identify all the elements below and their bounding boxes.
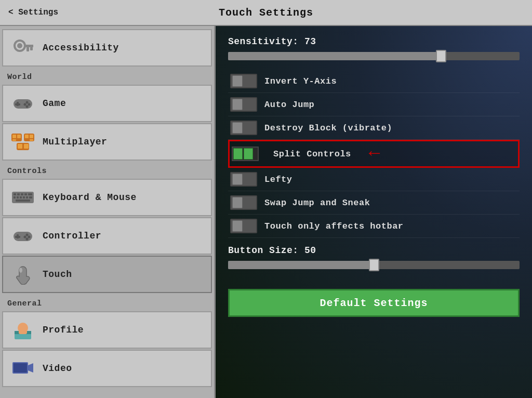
svg-rect-25 xyxy=(17,193,20,195)
svg-rect-21 xyxy=(18,144,22,149)
svg-rect-49 xyxy=(14,363,27,373)
destroy-block-row: Destroy Block (vibrate) xyxy=(228,116,520,140)
sidebar-item-game[interactable]: Game xyxy=(2,85,212,122)
svg-rect-47 xyxy=(19,328,27,334)
section-controls: Controls xyxy=(0,162,214,178)
svg-rect-7 xyxy=(15,103,20,105)
svg-rect-14 xyxy=(17,135,21,138)
invert-y-toggle[interactable] xyxy=(230,74,257,88)
svg-rect-32 xyxy=(23,196,25,198)
default-settings-button[interactable]: Default Settings xyxy=(228,289,520,317)
sidebar-item-video[interactable]: Video xyxy=(2,350,212,387)
sidebar-item-keyboard[interactable]: Keyboard & Mouse xyxy=(2,179,212,216)
svg-rect-35 xyxy=(16,200,30,202)
hand-icon xyxy=(10,262,35,287)
svg-rect-28 xyxy=(28,193,32,195)
split-controls-label: Split Controls xyxy=(273,149,351,159)
lefty-label: Lefty xyxy=(264,175,292,184)
main-content: Accessibility World Game xyxy=(0,26,532,398)
lefty-toggle[interactable] xyxy=(230,172,257,187)
button-size-slider[interactable] xyxy=(228,261,520,269)
svg-point-8 xyxy=(26,101,29,104)
right-panel: Sensitivity: 73 Invert Y-Axis Auto Jump xyxy=(216,26,532,398)
svg-rect-33 xyxy=(26,196,28,198)
svg-rect-24 xyxy=(14,193,16,195)
svg-rect-19 xyxy=(30,139,33,141)
touch-hotbar-row: Touch only affects hotbar xyxy=(228,215,520,238)
svg-point-40 xyxy=(28,236,31,238)
auto-jump-toggle[interactable] xyxy=(230,97,257,112)
swap-jump-toggle[interactable] xyxy=(230,195,257,210)
svg-rect-29 xyxy=(14,196,16,198)
lefty-row: Lefty xyxy=(228,168,520,191)
svg-point-10 xyxy=(24,103,26,106)
keyboard-label: Keyboard & Mouse xyxy=(43,192,137,203)
controller-icon xyxy=(10,91,35,116)
svg-rect-4 xyxy=(26,47,29,51)
section-general: General xyxy=(0,294,214,310)
svg-rect-22 xyxy=(24,144,29,149)
sidebar-item-profile[interactable]: Profile xyxy=(2,311,212,349)
svg-rect-18 xyxy=(30,135,33,138)
touch-hotbar-toggle[interactable] xyxy=(230,219,257,233)
header-title: Touch Settings xyxy=(219,7,313,19)
auto-jump-row: Auto Jump xyxy=(228,93,520,116)
profile-icon xyxy=(10,317,35,342)
back-label: < Settings xyxy=(8,8,58,17)
swap-jump-label: Swap Jump and Sneak xyxy=(264,198,370,208)
back-button[interactable]: < Settings xyxy=(8,8,58,17)
svg-point-41 xyxy=(24,236,26,238)
svg-rect-27 xyxy=(24,193,27,195)
controller-label: Controller xyxy=(43,231,101,241)
svg-point-42 xyxy=(26,238,29,241)
svg-rect-30 xyxy=(17,196,19,198)
sidebar-item-accessibility[interactable]: Accessibility xyxy=(2,29,212,67)
sensitivity-label: Sensitivity: 73 xyxy=(228,36,520,47)
svg-rect-34 xyxy=(29,196,32,198)
sidebar: Accessibility World Game xyxy=(0,26,216,398)
section-world: World xyxy=(0,68,214,84)
split-controls-toggle[interactable] xyxy=(232,147,259,161)
destroy-block-toggle[interactable] xyxy=(230,121,257,135)
split-controls-row: Split Controls ← xyxy=(228,140,520,168)
video-icon xyxy=(10,356,35,381)
destroy-block-label: Destroy Block (vibrate) xyxy=(264,123,392,133)
svg-point-43 xyxy=(19,268,22,273)
header: < Settings Touch Settings xyxy=(0,0,532,26)
touch-hotbar-label: Touch only affects hotbar xyxy=(264,221,404,231)
swap-jump-row: Swap Jump and Sneak xyxy=(228,191,520,215)
sidebar-item-touch[interactable]: Touch xyxy=(2,256,212,293)
svg-point-39 xyxy=(26,234,29,236)
svg-rect-38 xyxy=(15,236,20,238)
auto-jump-label: Auto Jump xyxy=(264,100,314,110)
sidebar-item-controller[interactable]: Controller xyxy=(2,217,212,255)
svg-rect-2 xyxy=(24,45,33,47)
key-icon xyxy=(10,35,35,60)
svg-point-11 xyxy=(26,105,29,108)
svg-point-1 xyxy=(17,43,22,48)
svg-rect-3 xyxy=(30,47,33,50)
keyboard-icon xyxy=(10,185,35,210)
button-size-label: Button Size: 50 xyxy=(228,245,520,256)
invert-y-label: Invert Y-Axis xyxy=(264,76,337,86)
multiplayer-icon xyxy=(10,129,35,154)
sidebar-item-multiplayer[interactable]: Multiplayer xyxy=(2,123,212,161)
touch-label: Touch xyxy=(43,269,72,280)
profile-label: Profile xyxy=(43,325,84,335)
svg-rect-17 xyxy=(25,135,29,138)
svg-rect-31 xyxy=(20,196,22,198)
game-label: Game xyxy=(43,98,66,109)
sensitivity-slider[interactable] xyxy=(228,52,520,60)
svg-point-9 xyxy=(28,103,31,106)
svg-rect-15 xyxy=(12,139,16,141)
svg-marker-50 xyxy=(28,363,33,373)
video-label: Video xyxy=(43,363,72,374)
svg-rect-13 xyxy=(12,135,16,138)
svg-rect-26 xyxy=(21,193,23,195)
invert-y-row: Invert Y-Axis xyxy=(228,70,520,93)
multiplayer-label: Multiplayer xyxy=(43,137,107,147)
accessibility-label: Accessibility xyxy=(43,43,119,53)
red-arrow-icon: ← xyxy=(369,144,380,163)
controller2-icon xyxy=(10,223,35,248)
